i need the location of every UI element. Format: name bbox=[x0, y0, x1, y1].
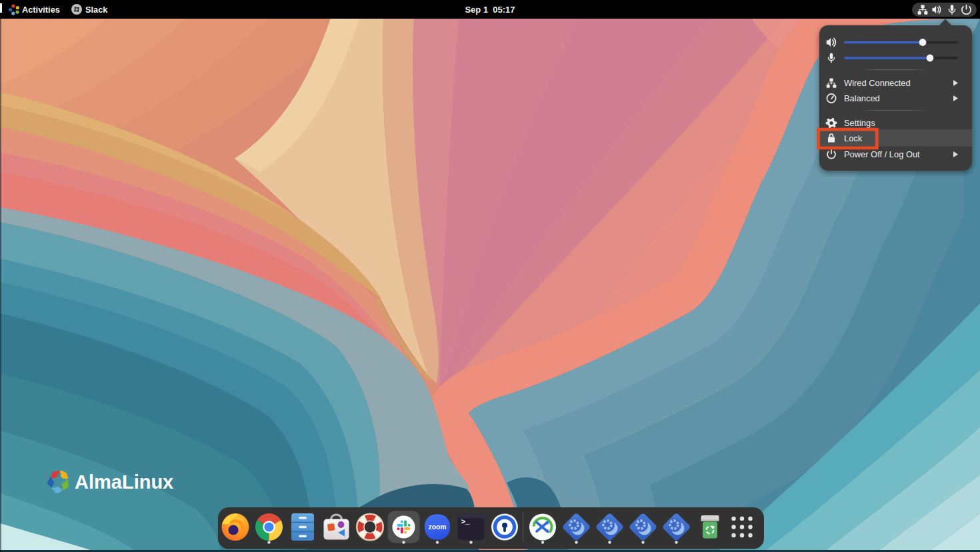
svg-text:Power Off / Log Out: Power Off / Log Out bbox=[844, 149, 920, 159]
svg-text:Wired Connected: Wired Connected bbox=[844, 78, 911, 88]
svg-text:Slack: Slack bbox=[85, 5, 108, 15]
svg-text:Activities: Activities bbox=[22, 5, 60, 15]
svg-text:Lock: Lock bbox=[844, 133, 863, 143]
svg-text:AlmaLinux: AlmaLinux bbox=[75, 471, 173, 493]
svg-text:>_: >_ bbox=[461, 518, 471, 526]
svg-text:Sep 1 05:17: Sep 1 05:17 bbox=[465, 5, 515, 15]
svg-text:Settings: Settings bbox=[844, 118, 875, 128]
svg-text:Balanced: Balanced bbox=[844, 93, 880, 103]
svg-text:zoom: zoom bbox=[429, 523, 447, 531]
